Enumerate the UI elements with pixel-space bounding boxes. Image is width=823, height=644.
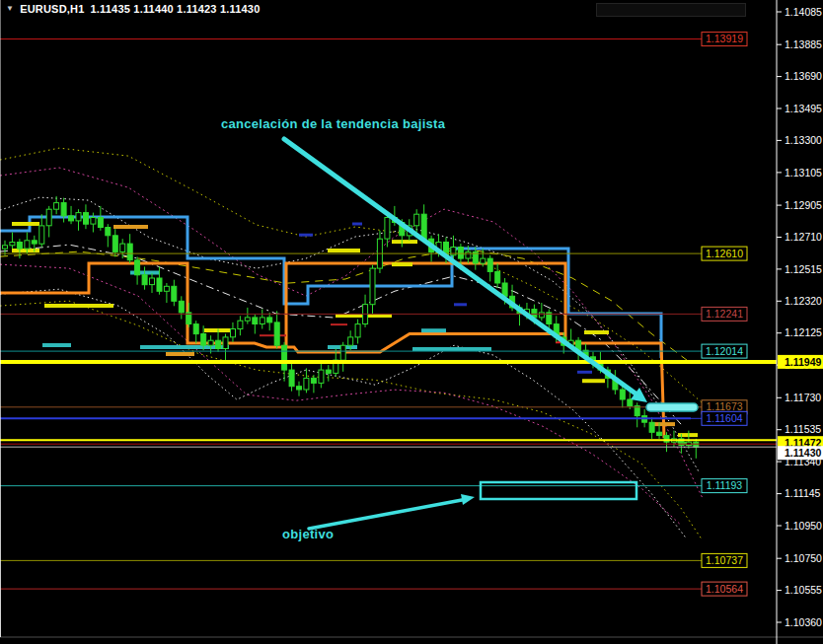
axis-tick-label: 1.13300 (785, 134, 822, 146)
moving-averages (0, 245, 691, 424)
candle-body (142, 275, 147, 285)
candle-body (260, 318, 264, 324)
trend-cancellation-label[interactable]: cancelación de la tendencia bajista (221, 116, 445, 131)
level-label-text: 1.12241 (706, 308, 743, 320)
candle-body (385, 218, 390, 240)
candle-body (3, 246, 8, 249)
candle-body (245, 318, 250, 321)
candle-body (157, 278, 162, 291)
level-label-text: 1.13919 (706, 33, 743, 44)
axis-tick-label: 1.12320 (785, 295, 822, 307)
axis-tick-label: 1.12125 (785, 326, 822, 338)
candle-body (164, 286, 169, 291)
candle-body (201, 334, 206, 346)
axis-tick-label: 1.12515 (785, 263, 822, 275)
objective-rectangle[interactable] (481, 482, 636, 499)
candle-body (84, 213, 89, 225)
symbol-period-label: EURUSD,H1 (20, 3, 84, 15)
axis-tick-label: 1.10360 (785, 616, 822, 628)
candle-body (223, 337, 228, 349)
candle-body (319, 370, 324, 383)
candle-body (253, 318, 258, 324)
candle-body (340, 345, 345, 360)
axis-tick-label: 1.10750 (785, 552, 822, 564)
candle-body (620, 390, 625, 399)
candle-body (231, 329, 236, 337)
candle-body (91, 218, 96, 225)
candle-body (466, 251, 471, 258)
candle-body (355, 324, 360, 337)
candle-body (135, 260, 140, 275)
candle-body (487, 258, 492, 271)
candle-body (69, 216, 74, 221)
candle-body (502, 283, 507, 296)
candle-body (179, 301, 184, 313)
candle-body (495, 271, 500, 283)
axis-tick-label: 1.11730 (785, 392, 821, 403)
objective-arrow[interactable] (309, 500, 462, 529)
candle-body (421, 214, 426, 239)
candle-body (289, 370, 294, 387)
objective-label[interactable]: objetivo (282, 527, 334, 541)
candle-body (458, 248, 463, 259)
level-label-text: 1.11604 (706, 412, 742, 424)
candle-body (127, 244, 132, 260)
candle-body (414, 214, 419, 226)
candle-body (112, 236, 117, 252)
candle-body (311, 378, 316, 383)
candle-body (208, 340, 213, 345)
candle-body (539, 313, 544, 318)
candle-body (274, 322, 279, 345)
candle-body (238, 321, 243, 328)
candle-body (39, 226, 44, 244)
axis-tick-label: 1.12905 (785, 199, 822, 211)
axis-tick-label: 1.13495 (785, 103, 822, 114)
candle-body (106, 228, 111, 236)
candle-body (649, 422, 654, 432)
candle-body (267, 318, 272, 322)
axis-tick-label: 1.11145 (785, 487, 821, 499)
axis-tick-label: 1.13105 (785, 167, 822, 179)
ohlc-values: 1.11435 1.11440 1.11423 1.11430 (91, 3, 261, 15)
candle-body (370, 268, 375, 305)
mt4-chart-window: 1.139191.126101.122411.120141.116731.116… (0, 0, 823, 644)
level-label-text: 1.12014 (706, 345, 743, 357)
axis-tick-label: 1.13690 (785, 70, 822, 82)
price-axis[interactable]: 1.140851.138851.136901.134951.133001.131… (0, 0, 823, 644)
candle-body (98, 218, 103, 228)
candle-body (17, 243, 22, 250)
candle-body (664, 436, 669, 443)
candle-body (326, 370, 331, 373)
white-lower-band (0, 289, 686, 537)
trend-cancellation-arrow[interactable] (284, 139, 636, 394)
objective-arrow-head (461, 494, 475, 505)
cyan-pill-marker[interactable] (646, 403, 698, 411)
price-chart[interactable]: 1.139191.126101.122411.120141.116731.116… (0, 0, 823, 644)
axis-price-flag-text: 1.11949 (785, 356, 822, 368)
chart-title: ▼ EURUSD,H1 1.11435 1.11440 1.11423 1.11… (6, 3, 261, 15)
candle-body (120, 244, 125, 251)
level-label-text: 1.11673 (706, 400, 742, 412)
candle-body (304, 378, 309, 390)
candle-body (657, 432, 662, 435)
candle-body (172, 286, 177, 301)
axis-price-flag-text: 1.11430 (785, 447, 822, 459)
level-label-text: 1.10564 (706, 583, 743, 595)
level-label-text: 1.11193 (707, 479, 743, 491)
candle-body (282, 345, 287, 370)
candle-body (54, 203, 59, 210)
level-label-text: 1.12610 (706, 248, 743, 259)
axis-tick-label: 1.12710 (785, 231, 822, 243)
axis-tick-label: 1.11535 (785, 423, 821, 435)
candle-body (628, 399, 633, 406)
candle-body (481, 258, 486, 263)
candle-body (76, 213, 81, 221)
axis-tick-label: 1.10950 (785, 520, 822, 532)
dropdown-icon[interactable]: ▼ (6, 4, 14, 14)
candle-body (216, 340, 221, 348)
level-label-text: 1.10737 (706, 554, 743, 566)
collapsed-panel (596, 3, 746, 17)
candle-body (297, 387, 302, 390)
candle-body (46, 209, 51, 226)
white-dashdot-ma (0, 245, 681, 424)
